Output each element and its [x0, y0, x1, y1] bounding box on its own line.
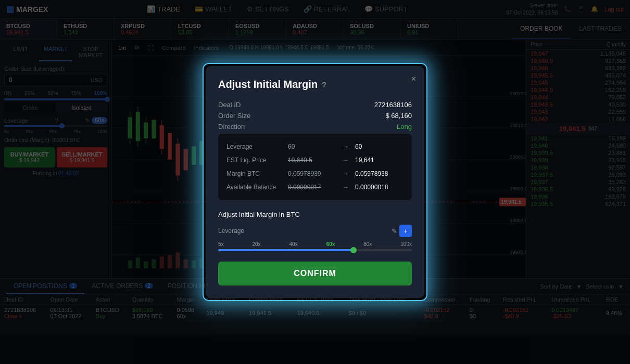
slider-mark-40: 40x — [289, 241, 298, 247]
adjust-margin-modal: × Adjust Initial Margin ? Deal ID 272163… — [206, 66, 424, 298]
modal-order-size-row: Order Size $ 68,160 — [218, 112, 412, 120]
arrow-icon: → — [343, 170, 349, 177]
modal-slider-container: 5x 20x 40x 60x 80x 100x — [218, 241, 412, 251]
modal-overlay[interactable]: × Adjust Initial Margin ? Deal ID 272163… — [0, 0, 630, 364]
slider-mark-80: 80x — [363, 241, 372, 247]
modal-comparison-table: Leverage 60 → 60 EST Liq. Price 19,640.5… — [218, 134, 412, 200]
slider-mark-100: 100x — [400, 241, 412, 247]
modal-deal-id-row: Deal ID 2721638106 — [218, 101, 412, 109]
modal-margin-btc-row: Margin BTC 0.05978939 → 0.05978938 — [226, 167, 404, 180]
arrow-icon: → — [343, 143, 349, 150]
modal-close-button[interactable]: × — [411, 74, 416, 84]
slider-labels: 5x 20x 40x 60x 80x 100x — [218, 241, 412, 247]
modal-slider-fill — [218, 249, 354, 251]
slider-mark-60: 60x — [326, 241, 335, 247]
leverage-label-row: Leverage ✎ + — [218, 225, 412, 237]
modal-direction-row: Direction Long — [218, 123, 412, 131]
modal-title: Adjust Initial Margin ? — [218, 79, 412, 90]
modal-liq-price-row: EST Liq. Price 19,640.5 → 19,641 — [226, 153, 404, 167]
slider-mark-20: 20x — [253, 241, 261, 247]
modal-section-title: Adjust Initial Margin in BTC — [218, 211, 412, 218]
arrow-icon: → — [343, 157, 349, 164]
confirm-button[interactable]: CONFIRM — [218, 262, 412, 285]
modal-leverage-row: Leverage 60 → 60 — [226, 140, 404, 153]
modal-slider-thumb[interactable] — [350, 247, 357, 253]
leverage-controls: ✎ + — [392, 225, 412, 237]
modal-leverage-slider[interactable] — [218, 249, 412, 251]
leverage-pencil-icon[interactable]: ✎ — [392, 227, 397, 235]
modal-available-balance-row: Available Balance 0.00000017 → 0.0000001… — [226, 180, 404, 194]
slider-mark-5: 5x — [218, 241, 224, 247]
arrow-icon: → — [343, 184, 349, 191]
modal-glow: × Adjust Initial Margin ? Deal ID 272163… — [203, 63, 427, 301]
leverage-plus-button[interactable]: + — [399, 225, 412, 237]
modal-info-icon[interactable]: ? — [322, 81, 326, 89]
